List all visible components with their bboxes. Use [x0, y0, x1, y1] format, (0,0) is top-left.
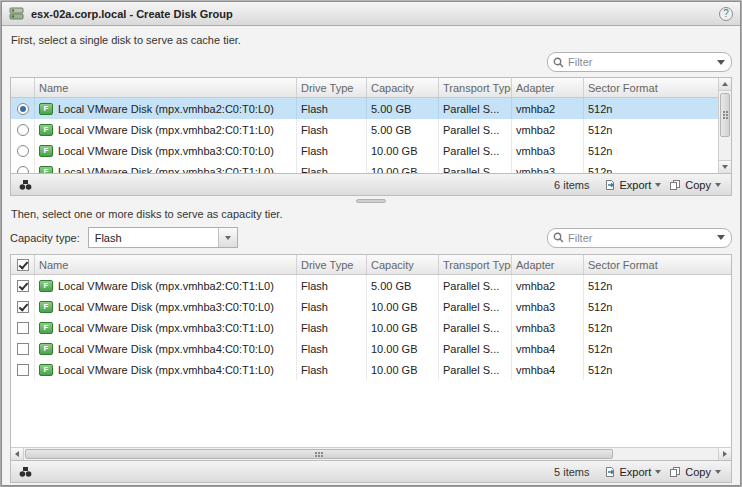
cell-capacity: 5.00 GB [367, 119, 439, 140]
radio-button[interactable] [17, 166, 29, 174]
row-checkbox[interactable] [17, 343, 29, 355]
filter-dropdown-icon[interactable] [717, 235, 725, 240]
table-row[interactable]: FLocal VMware Disk (mpx.vmhba4:C0:T1:L0)… [11, 359, 731, 380]
export-icon [604, 179, 616, 191]
disk-name: Local VMware Disk (mpx.vmhba3:C0:T0:L0) [58, 145, 274, 157]
column-header-sector-format[interactable]: Sector Format [584, 78, 731, 97]
cell-transport-type: Parallel S... [439, 140, 512, 161]
capacity-filter-box[interactable] [547, 228, 732, 248]
row-checkbox[interactable] [17, 364, 29, 376]
column-header-capacity[interactable]: Capacity [367, 255, 439, 274]
cache-filter-box[interactable] [547, 52, 732, 72]
dialog-title: esx-02a.corp.local - Create Disk Group [31, 8, 233, 20]
copy-button[interactable]: Copy [665, 177, 725, 193]
disk-name: Local VMware Disk (mpx.vmhba2:C0:T1:L0) [58, 280, 274, 292]
pane-splitter[interactable] [10, 196, 732, 205]
cache-filter-input[interactable] [568, 56, 717, 68]
select-dropdown-button[interactable] [218, 228, 237, 247]
search-icon [553, 232, 564, 243]
table-row[interactable]: FLocal VMware Disk (mpx.vmhba4:C0:T0:L0)… [11, 338, 731, 359]
filter-dropdown-icon[interactable] [717, 60, 725, 65]
row-checkbox[interactable] [17, 322, 29, 334]
horizontal-scrollbar[interactable] [11, 447, 731, 460]
disk-name: Local VMware Disk (mpx.vmhba3:C0:T0:L0) [58, 301, 274, 313]
row-checkbox[interactable] [17, 280, 29, 292]
cell-drive-type: Flash [297, 119, 367, 140]
flash-disk-icon: F [39, 301, 53, 313]
capacity-rows-viewport: FLocal VMware Disk (mpx.vmhba2:C0:T1:L0)… [11, 275, 731, 447]
binoculars-icon [19, 179, 32, 191]
capacity-tier-table: Name Drive Type Capacity Transport Type … [10, 254, 732, 461]
row-checkbox[interactable] [17, 301, 29, 313]
cell-adapter: vmhba3 [512, 296, 584, 317]
column-header-name[interactable]: Name [35, 78, 297, 97]
scrollbar-thumb[interactable] [25, 449, 613, 459]
column-header-drive-type[interactable]: Drive Type [297, 255, 367, 274]
copy-button[interactable]: Copy [665, 464, 725, 480]
items-count: 6 items [554, 179, 589, 191]
cell-sector-format: 512n [584, 98, 731, 119]
cell-adapter: vmhba2 [512, 275, 584, 296]
column-header-transport-type[interactable]: Transport Type [439, 78, 512, 97]
flash-disk-icon: F [39, 145, 53, 157]
cell-adapter: vmhba3 [512, 161, 584, 173]
copy-menu-icon [715, 183, 721, 187]
table-row[interactable]: FLocal VMware Disk (mpx.vmhba2:C0:T0:L0)… [11, 98, 731, 119]
find-button[interactable] [17, 466, 34, 478]
export-button[interactable]: Export [600, 464, 666, 480]
find-button[interactable] [17, 179, 34, 191]
radio-button[interactable] [17, 145, 29, 157]
cell-sector-format: 512n [584, 317, 731, 338]
capacity-type-label: Capacity type: [10, 232, 80, 244]
table-row[interactable]: FLocal VMware Disk (mpx.vmhba3:C0:T0:L0)… [11, 296, 731, 317]
column-header-adapter[interactable]: Adapter [512, 255, 584, 274]
create-disk-group-dialog: esx-02a.corp.local - Create Disk Group ?… [1, 1, 741, 486]
flash-disk-icon: F [39, 364, 53, 376]
disk-name: Local VMware Disk (mpx.vmhba3:C0:T1:L0) [58, 166, 274, 174]
cell-drive-type: Flash [297, 338, 367, 359]
export-label: Export [620, 179, 652, 191]
radio-column-header [11, 78, 35, 97]
column-header-adapter[interactable]: Adapter [512, 78, 584, 97]
capacity-type-select[interactable]: Flash [88, 227, 238, 248]
cell-transport-type: Parallel S... [439, 161, 512, 173]
disk-name: Local VMware Disk (mpx.vmhba2:C0:T1:L0) [58, 124, 274, 136]
table-row[interactable]: FLocal VMware Disk (mpx.vmhba2:C0:T1:L0)… [11, 119, 731, 140]
column-header-capacity[interactable]: Capacity [367, 78, 439, 97]
select-all-checkbox[interactable] [17, 259, 29, 271]
column-header-name[interactable]: Name [35, 255, 297, 274]
column-header-drive-type[interactable]: Drive Type [297, 78, 367, 97]
table-row[interactable]: FLocal VMware Disk (mpx.vmhba3:C0:T1:L0)… [11, 161, 731, 173]
export-menu-icon [655, 183, 661, 187]
help-icon[interactable]: ? [719, 7, 733, 21]
cell-capacity: 5.00 GB [367, 98, 439, 119]
scroll-up-button[interactable] [719, 78, 731, 91]
splitter-grip-icon [356, 199, 386, 203]
export-button[interactable]: Export [600, 177, 666, 193]
capacity-filter-input[interactable] [568, 232, 717, 244]
scroll-left-button[interactable] [11, 448, 24, 460]
copy-menu-icon [715, 470, 721, 474]
table-row[interactable]: FLocal VMware Disk (mpx.vmhba3:C0:T0:L0)… [11, 140, 731, 161]
cache-filter-row [10, 51, 732, 77]
cache-table-header: Name Drive Type Capacity Transport Type … [11, 78, 731, 98]
scroll-down-button[interactable] [719, 160, 731, 173]
copy-label: Copy [685, 179, 711, 191]
cell-transport-type: Parallel S... [439, 98, 512, 119]
disk-name: Local VMware Disk (mpx.vmhba2:C0:T0:L0) [58, 103, 274, 115]
radio-button[interactable] [17, 124, 29, 136]
cell-adapter: vmhba2 [512, 119, 584, 140]
copy-icon [669, 466, 681, 478]
scroll-right-button[interactable] [718, 448, 731, 460]
radio-button[interactable] [17, 103, 29, 115]
column-header-sector-format[interactable]: Sector Format [584, 255, 731, 274]
binoculars-icon [19, 466, 32, 478]
table-row[interactable]: FLocal VMware Disk (mpx.vmhba3:C0:T1:L0)… [11, 317, 731, 338]
cell-sector-format: 512n [584, 296, 731, 317]
scrollbar-thumb[interactable] [720, 93, 730, 137]
vertical-scrollbar[interactable] [718, 78, 731, 173]
column-header-transport-type[interactable]: Transport Type [439, 255, 512, 274]
table-row[interactable]: FLocal VMware Disk (mpx.vmhba2:C0:T1:L0)… [11, 275, 731, 296]
cell-drive-type: Flash [297, 296, 367, 317]
export-label: Export [620, 466, 652, 478]
